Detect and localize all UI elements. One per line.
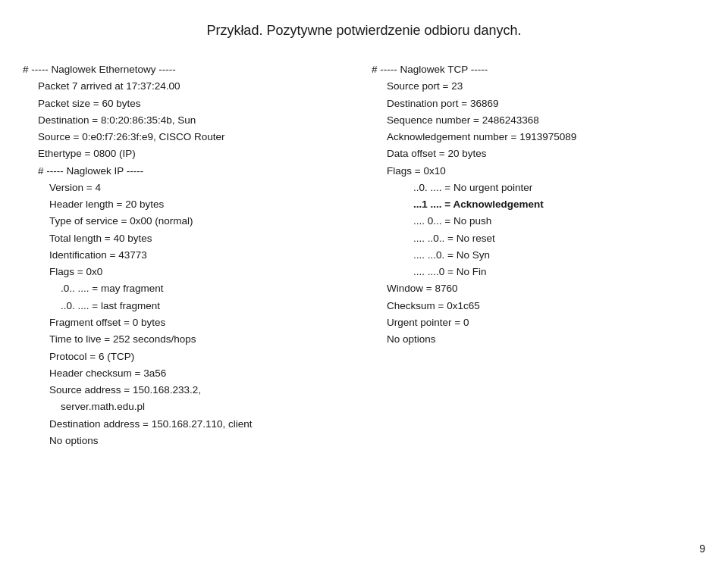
right-line: Checksum = 0x1c65: [372, 298, 705, 314]
right-column: # ----- Naglowek TCP -----Source port = …: [372, 61, 705, 349]
right-line: ..0. .... = No urgent pointer: [372, 180, 705, 196]
right-line: .... 0... = No push: [372, 213, 705, 230]
left-line: Destination = 8:0:20:86:35:4b, Sun: [23, 112, 356, 129]
left-line: Packet 7 arrived at 17:37:24.00: [23, 78, 356, 95]
right-line: .... ..0.. = No reset: [372, 230, 705, 247]
left-line: Version = 4: [23, 180, 356, 196]
right-line: Acknowledgement number = 1913975089: [372, 129, 705, 145]
left-line: Source address = 150.168.233.2,: [23, 382, 356, 399]
right-line: Window = 8760: [372, 280, 705, 297]
page: Przykład. Pozytywne potwierdzenie odbior…: [0, 0, 728, 566]
right-line: ...1 .... = Acknowledgement: [372, 196, 705, 213]
left-line: Type of service = 0x00 (normal): [23, 213, 356, 230]
left-line: Header checksum = 3a56: [23, 365, 356, 382]
left-line: Packet size = 60 bytes: [23, 95, 356, 112]
right-text-block: # ----- Naglowek TCP -----Source port = …: [372, 61, 705, 349]
right-line: Source port = 23: [372, 78, 705, 95]
right-line: .... ...0. = No Syn: [372, 247, 705, 264]
left-line: Fragment offset = 0 bytes: [23, 314, 356, 331]
right-line: No options: [372, 331, 705, 348]
content-area: # ----- Naglowek Ethernetowy -----Packet…: [23, 61, 705, 449]
left-text-block: # ----- Naglowek Ethernetowy -----Packet…: [23, 61, 356, 449]
left-line: .0.. .... = may fragment: [23, 280, 356, 297]
right-line: Flags = 0x10: [372, 163, 705, 180]
left-line: Header length = 20 bytes: [23, 196, 356, 213]
left-line: Identification = 43773: [23, 247, 356, 264]
left-line: Total length = 40 bytes: [23, 230, 356, 247]
left-line: Protocol = 6 (TCP): [23, 349, 356, 365]
left-column: # ----- Naglowek Ethernetowy -----Packet…: [23, 61, 356, 449]
right-line: Data offset = 20 bytes: [372, 145, 705, 162]
right-line: Destination port = 36869: [372, 95, 705, 112]
left-line: ..0. .... = last fragment: [23, 298, 356, 314]
left-line: Destination address = 150.168.27.110, cl…: [23, 416, 356, 433]
right-line: Urgent pointer = 0: [372, 314, 705, 331]
left-line: # ----- Naglowek Ethernetowy -----: [23, 61, 356, 78]
left-line: Flags = 0x0: [23, 264, 356, 280]
left-line: Time to live = 252 seconds/hops: [23, 331, 356, 348]
right-line: .... ....0 = No Fin: [372, 264, 705, 280]
left-line: server.math.edu.pl: [23, 399, 356, 415]
left-line: # ----- Naglowek IP -----: [23, 163, 356, 180]
left-line: Ethertype = 0800 (IP): [23, 145, 356, 162]
page-title: Przykład. Pozytywne potwierdzenie odbior…: [23, 15, 705, 39]
left-line: No options: [23, 433, 356, 449]
left-line: Source = 0:e0:f7:26:3f:e9, CISCO Router: [23, 129, 356, 145]
right-line: Sequence number = 2486243368: [372, 112, 705, 129]
page-number: 9: [699, 543, 705, 555]
right-line: # ----- Naglowek TCP -----: [372, 61, 705, 78]
